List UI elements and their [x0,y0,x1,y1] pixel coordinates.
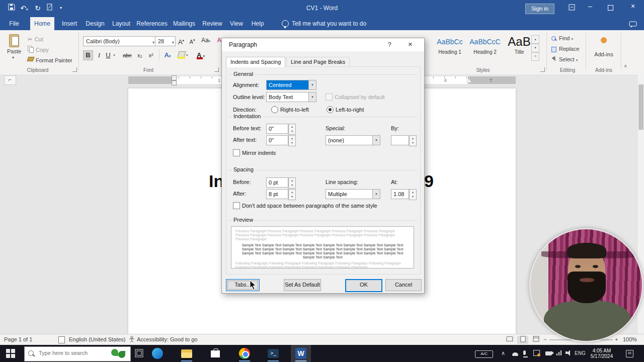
indent-marker-hanging[interactable] [172,80,177,85]
highlight-button[interactable]: ▾ [177,50,188,60]
close-button[interactable]: × [625,2,640,10]
action-center-icon[interactable] [626,350,633,357]
clipboard-dialog-launcher[interactable] [72,67,77,72]
chrome-icon[interactable] [238,347,251,360]
font-size-dropdown-icon[interactable]: ▾ [172,38,174,47]
powershell-icon[interactable]: >_ [267,347,280,360]
by-spinner[interactable]: ▴▾ [409,135,417,146]
alignment-dropdown-icon[interactable]: ▾ [308,80,316,90]
find-button[interactable]: Find ▾ [551,35,573,41]
outline-dropdown-icon[interactable]: ▾ [308,92,316,102]
accessibility-status[interactable]: Accessibility: Good to go [137,336,197,342]
comments-icon[interactable] [629,21,637,30]
copy-button[interactable]: Copy [28,45,49,54]
at-input[interactable]: 1.08 [391,189,409,199]
styles-gallery-more-button[interactable]: ≡ [531,52,539,61]
spacing-after-spinner[interactable]: ▴▾ [288,189,296,200]
style-heading2[interactable]: AaBbCcC Heading 2 [469,34,501,62]
styles-scroll-up-button[interactable]: ▴ [531,35,539,44]
dont-add-space-checkbox[interactable] [233,202,240,209]
special-dropdown-icon[interactable]: ▾ [372,135,380,145]
minimize-button[interactable]: – [583,2,598,10]
before-text-spinner[interactable]: ▴▾ [288,124,296,135]
after-text-input[interactable]: 0" [266,135,288,145]
tab-references[interactable]: References [136,17,168,30]
spacing-before-spinner[interactable]: ▴▾ [288,177,296,189]
taskbar-search-box[interactable] [24,346,131,361]
ribbon-display-options-icon[interactable] [566,4,577,13]
dialog-close-icon[interactable]: × [408,40,413,48]
strikethrough-button[interactable]: abc [121,50,134,60]
grow-font-button[interactable]: A▴ [176,35,186,45]
indent-marker-left[interactable] [172,75,177,80]
zoom-level[interactable]: 100% [623,336,637,342]
underline-dropdown-icon[interactable]: ▾ [112,50,117,60]
right-to-left-radio[interactable] [271,106,278,113]
show-hidden-icons-button[interactable]: ∧ [501,350,505,356]
word-taskbar-active-tile[interactable]: W [291,345,311,362]
tab-design[interactable]: Design [84,17,107,30]
cut-button[interactable]: ✂ Cut [28,34,43,43]
start-button[interactable] [6,349,19,362]
edge-icon[interactable] [151,347,164,360]
print-layout-button[interactable] [517,336,528,344]
tab-selector-button[interactable]: ⌐ [4,75,16,85]
tab-review[interactable]: Review [200,17,224,30]
tab-file[interactable]: File [4,17,24,30]
spacing-before-input[interactable]: 0 pt [266,177,288,188]
tab-help[interactable]: Help [249,17,267,30]
scrollbar-thumb[interactable] [638,84,643,130]
dialog-tab-line-page-breaks[interactable]: Line and Page Breaks [286,57,350,66]
input-language-indicator[interactable]: ENG [575,350,586,356]
tab-mailings[interactable]: Mailings [171,17,197,30]
left-to-right-radio[interactable] [327,106,334,113]
bold-button[interactable]: B [83,50,93,60]
ok-button[interactable]: OK [345,279,382,292]
tab-layout[interactable]: Layout [110,17,133,30]
dialog-tab-indents-spacing[interactable]: Indents and Spacing [226,57,285,67]
special-combobox[interactable]: (none) [326,135,375,145]
font-dialog-launcher[interactable] [214,67,219,72]
tab-home[interactable]: Home [30,17,54,30]
set-as-default-button[interactable]: Set As Default [284,279,321,291]
alignment-combobox[interactable]: Centered [266,80,311,90]
style-heading1[interactable]: AaBbCc Heading 1 [434,34,466,62]
after-text-spinner[interactable]: ▴▾ [288,135,296,146]
indent-marker-right[interactable] [466,78,471,82]
subscript-button[interactable]: x₂ [135,50,145,60]
sign-in-button[interactable]: Sign in [525,4,554,14]
change-case-button[interactable]: Aa▾ [199,35,212,45]
camera-icon[interactable] [545,350,551,356]
style-title[interactable]: AaB Title [503,34,535,62]
select-button[interactable]: Select ▾ [551,56,578,62]
format-painter-button[interactable]: Format Painter [28,55,72,64]
italic-button[interactable]: I [96,50,103,60]
tab-view[interactable]: View [227,17,246,30]
proofing-icon[interactable] [58,336,65,343]
outline-level-combobox[interactable]: Body Text [266,92,311,102]
spacing-after-input[interactable]: 8 pt [266,189,288,199]
cancel-button[interactable]: Cancel [385,279,422,291]
paste-dropdown-icon[interactable]: ▾ [12,55,14,60]
read-mode-button[interactable] [504,336,515,344]
replace-button[interactable]: Replace [551,46,579,52]
tell-me-box[interactable]: Tell me what you want to do [292,17,377,30]
underline-button[interactable]: U [105,50,112,60]
store-icon[interactable] [209,347,222,360]
dialog-help-icon[interactable]: ? [388,41,391,48]
font-size-combo[interactable]: 28▾ [155,36,176,46]
font-name-combo[interactable]: Calibri (Body)▾ [83,36,156,46]
mirror-indents-checkbox[interactable] [233,149,240,156]
zoom-in-button[interactable]: + [615,336,618,342]
file-explorer-icon[interactable] [180,347,193,360]
paste-button[interactable]: Paste ▾ [5,33,23,64]
font-name-dropdown-icon[interactable]: ▾ [152,38,154,47]
collapse-ribbon-icon[interactable]: ∧ [624,63,627,68]
styles-scroll-down-button[interactable]: ▾ [531,44,539,52]
line-spacing-dropdown-icon[interactable]: ▾ [372,189,380,199]
dialog-title-bar[interactable]: Paragraph ? × [222,38,424,51]
maximize-button[interactable] [603,4,618,12]
zoom-out-button[interactable]: − [543,336,546,342]
onedrive-icon[interactable] [512,351,518,357]
line-spacing-combobox[interactable]: Multiple [326,189,375,199]
